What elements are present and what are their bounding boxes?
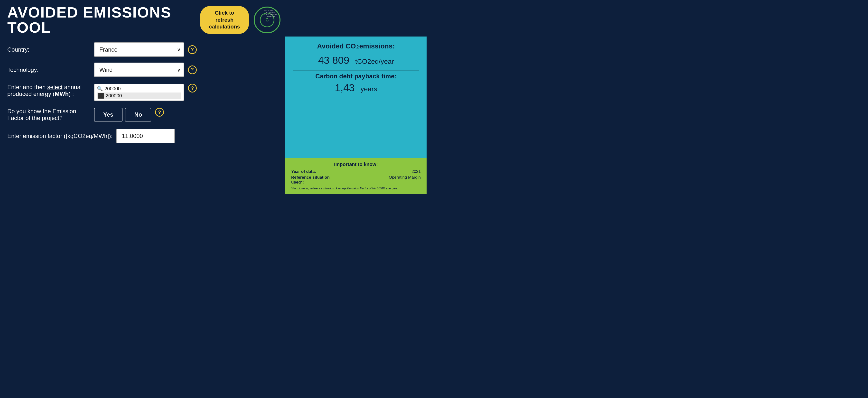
year-row: Year of data: 2021 xyxy=(291,169,421,174)
co2-value: 43 809 xyxy=(318,55,349,66)
important-title: Important to know: xyxy=(291,162,421,167)
country-select-wrapper: France Germany Spain Italy UK ∨ xyxy=(94,42,184,57)
ref-label: Reference situationused*: xyxy=(291,175,330,185)
co2-unit: tCO2eq/year xyxy=(355,58,394,65)
country-help-icon[interactable]: ? xyxy=(188,45,197,54)
country-select[interactable]: France Germany Spain Italy UK xyxy=(94,42,184,57)
ref-row: Reference situationused*: Operating Marg… xyxy=(291,175,421,185)
right-panel: Avoided CO 2 emissions: 43 809 tCO2eq/ye… xyxy=(285,36,427,194)
refresh-button[interactable]: Click to refresh calculations xyxy=(200,6,249,34)
emission-factor-input-row: Enter emission factor ([kgCO2eq/MWh]): xyxy=(7,129,280,143)
energy-search-row: 🔍 xyxy=(97,86,181,92)
form-section: Country: France Germany Spain Italy UK ∨… xyxy=(7,42,280,143)
emission-factor-row: Do you know the EmissionFactor of the pr… xyxy=(7,108,280,121)
yes-button[interactable]: Yes xyxy=(94,108,122,121)
no-button[interactable]: No xyxy=(125,108,151,121)
energy-input-container: 🔍 200000 xyxy=(94,84,184,101)
year-value: 2021 xyxy=(411,169,421,174)
co2-title-pre: Avoided CO xyxy=(317,42,356,50)
emission-factor-label: Do you know the EmissionFactor of the pr… xyxy=(7,108,90,121)
energy-row: Enter and then select annual produced en… xyxy=(7,84,280,101)
ekodav-logo: C xyxy=(266,18,269,23)
app-title: AVOIDED EMISSIONS TOOL xyxy=(7,5,200,35)
technology-select[interactable]: Wind Solar Biomass Hydro xyxy=(94,63,184,77)
co2-sub: 2 xyxy=(356,44,359,50)
results-top: Avoided CO 2 emissions: 43 809 tCO2eq/ye… xyxy=(285,36,427,158)
energy-input-wrapper: 🔍 200000 xyxy=(94,84,184,101)
badge-text: METHODOLOGYREVIEWEDAND CERTIFIEDBY ekoDe… xyxy=(264,9,278,18)
search-icon: 🔍 xyxy=(97,86,103,92)
left-panel: AVOIDED EMISSIONS TOOL Click to refresh … xyxy=(7,5,280,194)
enter-emission-label: Enter emission factor ([kgCO2eq/MWh]): xyxy=(7,133,113,140)
yes-no-buttons: Yes No xyxy=(94,108,151,121)
energy-help-icon[interactable]: ? xyxy=(188,84,197,92)
co2-title-post: emissions: xyxy=(359,42,395,50)
header-row: AVOIDED EMISSIONS TOOL Click to refresh … xyxy=(7,5,280,35)
energy-search-input[interactable] xyxy=(104,86,181,92)
carbon-debt-unit: years xyxy=(361,85,377,93)
footnote: *For biomass, reference situation: Avera… xyxy=(291,187,421,190)
header-right: Click to refresh calculations C METHODOL… xyxy=(200,6,280,34)
country-label: Country: xyxy=(7,46,90,53)
energy-label: Enter and then select annual produced en… xyxy=(7,84,90,97)
country-row: Country: France Germany Spain Italy UK ∨… xyxy=(7,42,280,57)
co2-title-row: Avoided CO 2 emissions: xyxy=(293,42,419,53)
results-bottom: Important to know: Year of data: 2021 Re… xyxy=(285,158,427,194)
ref-value: Operating Margin xyxy=(389,175,421,185)
technology-row: Technology: Wind Solar Biomass Hydro ∨ ? xyxy=(7,63,280,77)
energy-color-box xyxy=(98,93,104,99)
results-divider xyxy=(293,70,419,70)
co2-value-row: 43 809 tCO2eq/year xyxy=(293,55,419,66)
technology-select-wrapper: Wind Solar Biomass Hydro ∨ xyxy=(94,63,184,77)
emission-factor-help-icon[interactable]: ? xyxy=(155,108,164,117)
energy-selected-value: 200000 xyxy=(106,93,122,99)
technology-help-icon[interactable]: ? xyxy=(188,65,197,74)
carbon-debt-value: 1,43 xyxy=(335,82,355,94)
emission-factor-input[interactable] xyxy=(116,129,175,143)
certification-badge: C METHODOLOGYREVIEWEDAND CERTIFIEDBY eko… xyxy=(254,7,280,33)
energy-value-row: 200000 xyxy=(97,92,181,99)
carbon-debt-title: Carbon debt payback time: xyxy=(293,72,419,80)
year-label: Year of data: xyxy=(291,169,316,174)
technology-label: Technology: xyxy=(7,66,90,73)
carbon-debt-value-row: 1,43 years xyxy=(293,82,419,94)
